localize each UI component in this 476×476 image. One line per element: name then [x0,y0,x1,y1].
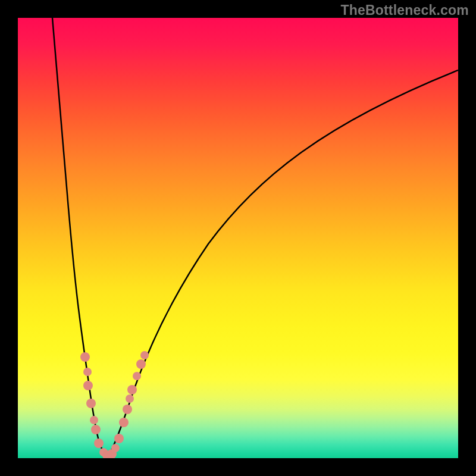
curve-layer [18,18,458,458]
chart-frame: TheBottleneck.com [0,0,476,476]
svg-point-11 [114,434,124,443]
svg-point-17 [136,359,146,369]
svg-point-4 [90,416,98,424]
plot-area [18,18,458,458]
svg-point-16 [133,372,141,380]
svg-point-14 [126,394,134,403]
svg-point-18 [140,351,149,359]
svg-point-15 [127,385,137,394]
svg-point-2 [83,381,93,390]
svg-point-6 [94,439,104,448]
svg-point-12 [119,418,129,427]
svg-point-5 [91,425,101,434]
svg-point-10 [111,444,120,452]
watermark-text: TheBottleneck.com [340,2,469,18]
curve-left-branch [52,18,107,458]
svg-point-1 [83,368,92,376]
svg-point-3 [86,399,96,408]
svg-point-0 [80,352,90,362]
svg-point-13 [123,405,132,414]
curve-right-branch [107,70,458,458]
